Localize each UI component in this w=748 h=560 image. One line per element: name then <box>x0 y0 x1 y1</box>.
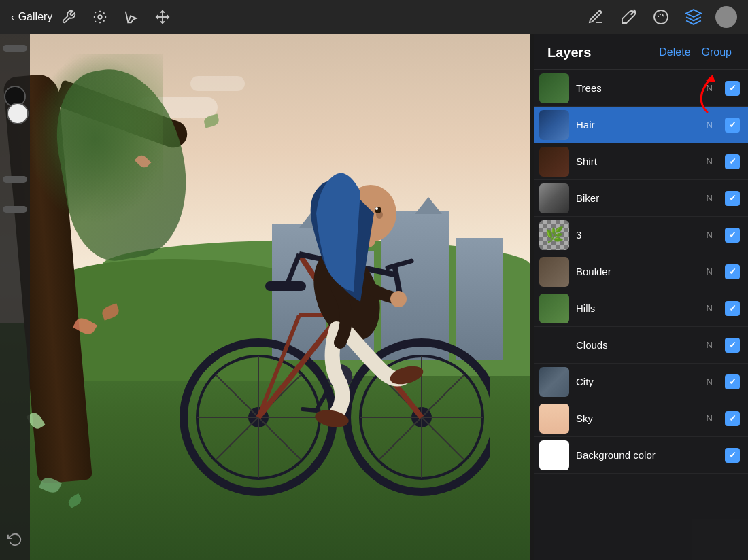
gallery-button[interactable]: ‹ Gallery <box>11 11 52 23</box>
layer-thumb-three: 🌿 <box>539 220 569 250</box>
layer-name-city: City <box>576 376 700 387</box>
layer-visibility-checkbox-boulder[interactable] <box>725 264 740 279</box>
layer-visibility-checkbox-sky[interactable] <box>725 411 740 426</box>
layer-thumb-clouds <box>539 330 569 360</box>
opacity-slider[interactable] <box>3 176 27 183</box>
layer-mode-trees: N <box>707 83 713 93</box>
layer-row-three[interactable]: 🌿3N <box>534 217 748 253</box>
top-toolbar: ‹ Gallery <box>0 0 748 34</box>
group-button[interactable]: Group <box>696 43 737 61</box>
cloud-2 <box>190 76 245 91</box>
svg-point-40 <box>375 207 378 210</box>
layer-thumb-shirt <box>539 147 569 177</box>
layer-row-shirt[interactable]: ShirtN <box>534 143 748 180</box>
layers-panel-button[interactable] <box>683 6 704 28</box>
layers-list: TreesNHairNShirtNBikerN🌿3NBoulderNHillsN… <box>534 70 748 560</box>
layer-mode-hair: N <box>707 120 713 130</box>
svg-point-39 <box>375 207 381 213</box>
layer-visibility-checkbox-trees[interactable] <box>725 81 740 96</box>
svg-rect-28 <box>265 281 306 291</box>
layer-thumb-boulder <box>539 257 569 287</box>
left-toolbar <box>0 34 30 560</box>
delete-button[interactable]: Delete <box>653 43 696 61</box>
layer-name-hair: Hair <box>576 119 700 130</box>
layers-panel-header: Layers Delete Group <box>534 34 748 70</box>
layer-name-three: 3 <box>576 229 700 241</box>
layer-name-shirt: Shirt <box>576 156 700 167</box>
layer-mode-hills: N <box>707 303 713 313</box>
adjustments-icon[interactable] <box>90 7 109 27</box>
layer-visibility-checkbox-city[interactable] <box>725 374 740 389</box>
layer-mode-three: N <box>707 230 713 240</box>
layer-visibility-checkbox-biker[interactable] <box>725 191 740 206</box>
cyclist-illustration <box>136 118 490 526</box>
layer-mode-sky: N <box>707 413 713 423</box>
layer-mode-city: N <box>707 377 713 387</box>
size-slider-2[interactable] <box>3 206 27 213</box>
layer-row-trees[interactable]: TreesN <box>534 70 748 107</box>
color-swatch-white[interactable] <box>7 103 29 124</box>
layer-thumb-hills <box>539 294 569 323</box>
layer-visibility-checkbox-hills[interactable] <box>725 301 740 316</box>
layer-name-clouds: Clouds <box>576 339 700 351</box>
layer-visibility-checkbox-three[interactable] <box>725 228 740 243</box>
smudge-tool-button[interactable] <box>650 6 672 28</box>
layer-visibility-checkbox-shirt[interactable] <box>725 154 740 169</box>
layer-name-bg: Background color <box>576 449 718 461</box>
layer-name-sky: Sky <box>576 413 700 424</box>
layer-thumb-city <box>539 367 569 397</box>
pencil-tool-button[interactable] <box>585 6 607 28</box>
layer-thumb-bg <box>539 440 569 470</box>
layer-row-bg[interactable]: Background color <box>534 437 748 474</box>
layer-name-trees: Trees <box>576 82 700 94</box>
layers-panel-title: Layers <box>547 45 653 60</box>
layer-mode-shirt: N <box>707 156 713 167</box>
selection-icon[interactable] <box>122 7 141 27</box>
undo-button[interactable] <box>3 527 27 552</box>
wrench-icon[interactable] <box>59 7 78 27</box>
layer-visibility-checkbox-clouds[interactable] <box>725 338 740 353</box>
svg-line-31 <box>303 409 316 410</box>
layer-thumb-trees <box>539 73 569 103</box>
layer-mode-biker: N <box>707 193 713 203</box>
svg-marker-4 <box>686 10 701 17</box>
layer-mode-boulder: N <box>707 266 713 277</box>
layers-panel: Layers Delete Group TreesNHairNShirtNBik… <box>534 34 748 560</box>
svg-line-26 <box>388 261 411 268</box>
canvas-area: Layers Delete Group TreesNHairNShirtNBik… <box>0 34 748 560</box>
topbar-left-section: ‹ Gallery <box>11 7 172 27</box>
layer-row-sky[interactable]: SkyN <box>534 400 748 437</box>
brush-tool-button[interactable] <box>617 6 639 28</box>
layer-row-hair[interactable]: HairN <box>534 107 748 143</box>
layer-row-hills[interactable]: HillsN <box>534 290 748 327</box>
rider-group <box>302 173 425 430</box>
layer-thumb-sky <box>539 404 569 434</box>
layer-thumb-biker <box>539 183 569 213</box>
layer-mode-clouds: N <box>707 340 713 350</box>
gallery-label: Gallery <box>18 11 53 23</box>
layer-row-biker[interactable]: BikerN <box>534 180 748 217</box>
layer-row-city[interactable]: CityN <box>534 364 748 400</box>
layer-thumb-hair <box>539 110 569 140</box>
layer-visibility-checkbox-bg[interactable] <box>725 448 740 463</box>
layer-name-biker: Biker <box>576 192 700 204</box>
layer-name-hills: Hills <box>576 302 700 314</box>
transform-icon[interactable] <box>153 7 172 27</box>
topbar-tool-icons <box>59 7 172 27</box>
chevron-left-icon: ‹ <box>11 12 14 22</box>
layer-visibility-checkbox-hair[interactable] <box>725 118 740 133</box>
layer-name-boulder: Boulder <box>576 266 700 277</box>
topbar-right-section <box>585 6 737 28</box>
svg-point-35 <box>390 291 407 307</box>
svg-point-0 <box>99 15 103 19</box>
layer-row-boulder[interactable]: BoulderN <box>534 253 748 290</box>
user-avatar[interactable] <box>715 6 737 28</box>
artwork-canvas[interactable] <box>0 34 530 560</box>
brush-size-slider[interactable] <box>3 45 27 52</box>
layer-row-clouds[interactable]: CloudsN <box>534 327 748 364</box>
